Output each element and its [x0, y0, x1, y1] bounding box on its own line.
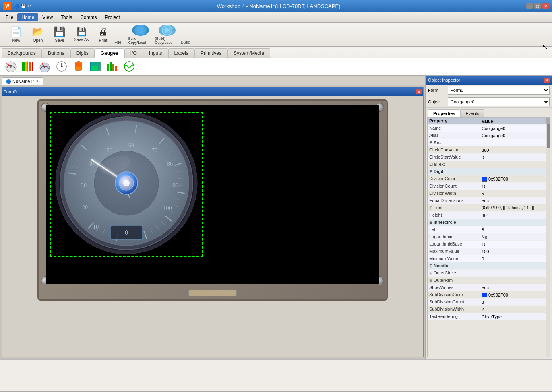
comp-clock[interactable] [54, 60, 69, 73]
build-icon [132, 25, 149, 36]
component-tabs: Backgrounds Buttons Digits Gauges I/O In… [0, 47, 552, 76]
new-icon: 📄 [10, 26, 22, 37]
svg-rect-25 [112, 64, 114, 71]
save-as-button[interactable]: 💾 Save As [71, 24, 92, 45]
build-group-label: Build [181, 39, 190, 46]
tab-gauges[interactable]: Gauges [95, 48, 124, 58]
gauge-display: 10 20 30 40 50 60 70 80 90 100 [46, 105, 379, 284]
form-title-bar: Form0 ✕ [2, 87, 423, 96]
form-select[interactable]: Form0 [448, 86, 550, 95]
speedometer-gauge: 10 20 30 40 50 60 70 80 90 100 [51, 109, 202, 258]
tab-digits[interactable]: Digits [70, 48, 95, 58]
svg-line-65 [129, 127, 129, 132]
svg-point-89 [123, 180, 130, 186]
form-close-icon[interactable]: ✕ [416, 89, 422, 94]
print-button[interactable]: 🖨 Print [93, 24, 114, 45]
comp-waveform[interactable] [122, 60, 137, 73]
comp-bar-solid[interactable] [88, 60, 103, 73]
prop-outercircle-row: ⊞ OuterCircle [428, 270, 546, 277]
comp-gauge-angular[interactable] [3, 60, 19, 73]
file-group-label: File [114, 39, 122, 46]
svg-text:100: 100 [163, 205, 172, 211]
svg-rect-9 [32, 62, 33, 71]
inspector-object-row: Object Coolgauge0 [426, 96, 552, 108]
svg-text:0: 0 [125, 229, 128, 236]
close-button[interactable]: ✕ [542, 3, 549, 9]
doc-tab-close[interactable]: ✕ [36, 79, 39, 83]
form-label: Form [428, 88, 446, 93]
svg-rect-10 [27, 61, 28, 72]
canvas-area: 🔵 NoName1* ✕ Form0 ✕ [0, 76, 425, 359]
menu-tools[interactable]: Tools [57, 13, 76, 21]
save-label: Save [55, 38, 64, 43]
maximize-button[interactable]: □ [534, 3, 541, 9]
inspector-panel: Object Inspector ✕ Form Form0 Object Coo… [425, 76, 552, 359]
svg-text:40: 40 [88, 161, 94, 167]
menu-view[interactable]: View [38, 13, 57, 21]
events-tab[interactable]: Events [460, 109, 484, 117]
svg-point-5 [10, 66, 12, 68]
svg-rect-26 [115, 66, 117, 71]
scroll-thumb[interactable] [547, 124, 550, 148]
comp-speedometer[interactable] [37, 60, 52, 73]
comp-gauge-bar-color[interactable] [20, 60, 35, 73]
menu-comms[interactable]: Comms [76, 13, 101, 21]
tab-primitives[interactable]: Primitives [194, 48, 227, 58]
window-controls: ─ □ ✕ [526, 3, 549, 9]
prop-left-row: Left 8 [428, 226, 546, 233]
tab-backgrounds[interactable]: Backgrounds [2, 48, 42, 58]
prop-circleend-row: CircleEndValue 360 [428, 146, 546, 154]
svg-point-16 [61, 66, 62, 67]
build2-button[interactable]: (Build) Copy/Load [154, 24, 180, 45]
prop-showvals-row: ShowValues Yes [428, 284, 546, 291]
menu-home[interactable]: Home [17, 13, 38, 21]
print-label: Print [99, 38, 108, 43]
build2-icon [159, 25, 176, 36]
save-as-icon: 💾 [76, 27, 87, 37]
svg-rect-6 [22, 62, 25, 71]
object-select[interactable]: Coolgauge0 [448, 97, 550, 106]
document-tab[interactable]: 🔵 NoName1* ✕ [2, 77, 43, 85]
svg-text:50: 50 [107, 147, 112, 153]
menu-project[interactable]: Project [101, 13, 124, 21]
form-area: Form0 ✕ [0, 85, 425, 359]
comp-tank[interactable] [71, 60, 86, 73]
build-button[interactable]: Build Copy/Load [128, 24, 153, 45]
svg-marker-3 [165, 28, 170, 33]
menu-file[interactable]: File [2, 13, 17, 21]
tab-io[interactable]: I/O [124, 48, 143, 58]
svg-text:80: 80 [167, 161, 173, 167]
properties-tab[interactable]: Properties [428, 109, 460, 117]
tab-bar: Backgrounds Buttons Digits Gauges I/O In… [0, 47, 552, 58]
usb-port [188, 290, 237, 296]
doc-tab-icon: 🔵 [6, 79, 11, 84]
save-as-label: Save As [74, 37, 89, 42]
comp-bar-multi[interactable] [105, 60, 120, 73]
prop-needle-row: ⊞ Needle [428, 262, 546, 270]
save-button[interactable]: 💾 Save [49, 24, 70, 45]
svg-rect-8 [29, 62, 31, 71]
minimize-button[interactable]: ─ [526, 3, 533, 9]
new-button[interactable]: 📄 New [6, 24, 27, 45]
quick-access: 🔵 💾 ↩ [14, 4, 31, 9]
form-title-label: Form0 [4, 89, 17, 94]
open-button[interactable]: 📂 Open [27, 24, 48, 45]
inspector-title: Object Inspector [428, 78, 460, 83]
svg-text:60: 60 [128, 142, 134, 149]
tab-systemmedia[interactable]: System/Media [227, 48, 270, 58]
tab-inputs[interactable]: Inputs [143, 48, 168, 58]
inspector-form-row: Form Form0 [426, 85, 552, 96]
tab-buttons[interactable]: Buttons [42, 48, 70, 58]
document-tabs: 🔵 NoName1* ✕ [0, 76, 425, 85]
inspector-close-icon[interactable]: ✕ [544, 78, 550, 83]
prop-header-row: Property Value [428, 118, 546, 125]
prop-innercircle-row: ⊞ Innercircle [428, 219, 546, 226]
prop-outerrim-row: ⊞ OuterRim [428, 277, 546, 284]
build2-label: (Build) Copy/Load [155, 37, 179, 45]
svg-text:90: 90 [173, 182, 178, 188]
scrollbar[interactable] [546, 118, 550, 357]
prop-subdivcount-row: SubDivisionCount 3 [428, 299, 546, 306]
svg-rect-18 [76, 67, 81, 70]
open-label: Open [33, 38, 43, 43]
tab-labels[interactable]: Labels [168, 48, 194, 58]
